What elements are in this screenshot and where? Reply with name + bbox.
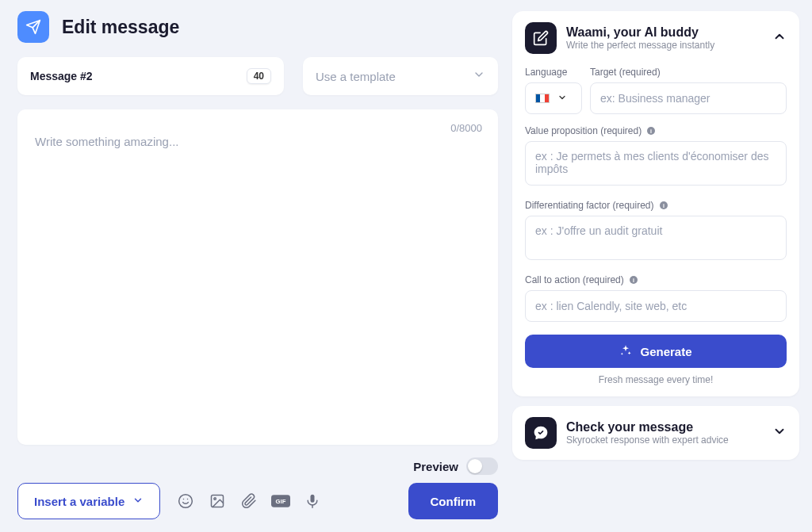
message-editor: 0/8000 [17, 109, 498, 445]
language-label: Language [525, 67, 582, 78]
language-select[interactable] [525, 82, 582, 114]
svg-text:GIF: GIF [276, 498, 286, 505]
generate-hint: Fresh message every time! [525, 374, 787, 385]
template-placeholder: Use a template [316, 70, 396, 83]
info-icon[interactable]: i [629, 275, 638, 285]
value-prop-input[interactable] [525, 141, 787, 186]
flag-france-icon [535, 94, 550, 103]
gif-icon[interactable]: GIF [271, 492, 290, 511]
message-label: Message #2 [30, 70, 93, 82]
waami-panel: Waami, your AI buddy Write the perfect m… [512, 11, 799, 396]
svg-point-2 [179, 495, 193, 508]
page-title: Edit message [62, 17, 179, 38]
svg-text:i: i [650, 128, 652, 134]
generate-button[interactable]: Generate [525, 335, 787, 368]
cta-input[interactable] [525, 290, 787, 322]
compose-icon [525, 22, 557, 54]
generate-label: Generate [640, 345, 691, 358]
emoji-icon[interactable] [176, 492, 195, 511]
microphone-icon[interactable] [303, 492, 322, 511]
chevron-down-icon [473, 68, 485, 84]
confirm-button[interactable]: Confirm [408, 483, 499, 519]
message-selector[interactable]: Message #2 40 [17, 57, 284, 95]
target-input[interactable] [590, 82, 787, 114]
cta-label: Call to action (required) [525, 274, 624, 285]
expand-icon[interactable] [772, 424, 787, 442]
target-label: Target (required) [590, 67, 787, 78]
chat-check-icon [525, 417, 557, 449]
waami-title: Waami, your AI buddy [566, 25, 763, 40]
message-textarea[interactable] [33, 122, 482, 432]
info-icon[interactable]: i [659, 201, 668, 210]
svg-text:i: i [633, 277, 634, 283]
page-header: Edit message [17, 11, 498, 43]
check-message-panel[interactable]: Check your message Skyrocket response wi… [512, 406, 799, 460]
message-count-badge: 40 [247, 68, 271, 84]
chevron-down-icon [132, 495, 144, 508]
toggle-knob [468, 459, 482, 473]
check-title: Check your message [566, 419, 763, 434]
preview-label: Preview [413, 460, 458, 473]
attachment-icon[interactable] [239, 492, 259, 511]
svg-text:i: i [663, 203, 665, 209]
svg-point-6 [214, 498, 216, 500]
value-prop-label: Value proposition (required) [525, 125, 642, 136]
collapse-icon[interactable] [772, 29, 787, 47]
image-icon[interactable] [208, 492, 227, 511]
insert-variable-button[interactable]: Insert a variable [17, 483, 160, 519]
check-subtitle: Skyrocket response with expert advice [566, 434, 763, 447]
waami-subtitle: Write the perfect message instantly [566, 40, 763, 52]
sparkle-icon [619, 344, 632, 359]
send-icon [17, 11, 49, 43]
char-counter: 0/8000 [450, 122, 482, 134]
insert-variable-label: Insert a variable [34, 495, 124, 508]
preview-toggle[interactable] [466, 457, 498, 475]
diff-factor-label: Differentiating factor (required) [525, 200, 654, 211]
chevron-down-icon [557, 91, 567, 105]
diff-factor-input[interactable] [525, 216, 787, 260]
info-icon[interactable]: i [646, 126, 656, 136]
template-dropdown[interactable]: Use a template [303, 57, 498, 95]
